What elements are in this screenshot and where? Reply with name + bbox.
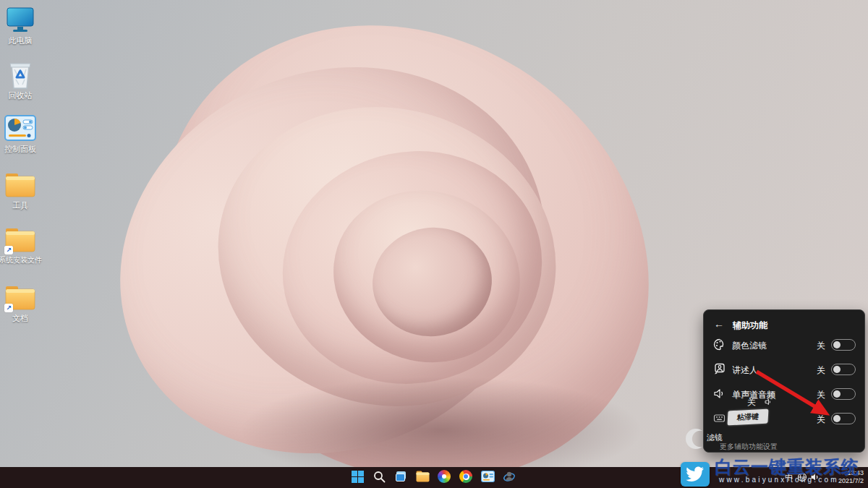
narrator-toggle[interactable] (831, 364, 856, 375)
desktop-icon-folder-tools[interactable]: 工具 (0, 171, 41, 210)
shortcut-arrow-icon: ↗ (4, 246, 13, 254)
desktop-icon-label: 此电脑 (0, 36, 41, 45)
sticky-keys-icon (713, 412, 726, 424)
recycle-bin-icon (4, 61, 36, 90)
row-state: 关 (817, 364, 825, 377)
file-explorer-icon (416, 471, 430, 482)
folder-shortcut-icon: ↗ (4, 283, 36, 312)
row-state: 关 (817, 389, 825, 401)
search-button[interactable] (371, 469, 387, 484)
more-accessibility-settings-link[interactable]: 更多辅助功能设置 (720, 442, 778, 452)
desktop-icon-recycle-bin[interactable]: 回收站 (0, 61, 41, 100)
chrome-icon (459, 470, 472, 483)
flyout-header: ← 辅助功能 (704, 317, 864, 332)
desktop-icon-folder-docs[interactable]: ↗ 文档 (0, 283, 41, 322)
clock-date: 2021/7/2 (838, 477, 864, 485)
pinwheel-app-icon (438, 470, 451, 483)
toggle-knob (833, 415, 841, 422)
toggle-knob (833, 366, 841, 373)
taskbar: 中 13:43 2021/7/2 (0, 467, 868, 488)
row-label: 讲述人 (732, 364, 758, 377)
row-label: 颜色滤镜 (732, 340, 767, 352)
this-pc-icon (4, 6, 36, 35)
volume-ghost-text: 关 (747, 396, 773, 408)
desktop-icon-label: 回收站 (0, 91, 41, 100)
user-globe-app-button[interactable] (501, 469, 517, 484)
flyout-row-mono-audio: 单声道音频 关 (704, 385, 864, 403)
folder-icon (4, 171, 36, 200)
ime-indicator[interactable]: 中 (785, 469, 793, 485)
system-panel-app-icon (481, 471, 495, 482)
desktop-icon-this-pc[interactable]: 此电脑 (0, 6, 41, 45)
clock-time: 13:43 (838, 469, 864, 477)
system-panel-app-button[interactable] (480, 469, 495, 484)
network-tray-icon[interactable] (797, 469, 807, 485)
desktop-icon-label: 文档 (0, 314, 41, 322)
desktop: 此电脑 回收站 (0, 0, 868, 488)
mono-audio-toggle[interactable] (831, 388, 856, 400)
chrome-button[interactable] (458, 469, 474, 484)
color-filters-toggle[interactable] (831, 339, 856, 351)
start-button[interactable] (349, 469, 365, 484)
desktop-icon-folder-system[interactable]: ↗ 系统安装文件 (0, 226, 41, 265)
row-state: 关 (817, 340, 825, 352)
flyout-title: 辅助功能 (733, 320, 767, 332)
toggle-knob (833, 390, 841, 398)
color-filter-icon (713, 338, 726, 351)
mono-audio-icon (713, 388, 726, 400)
ghost-arc-artifact (686, 429, 706, 449)
flyout-row-sticky-keys: 粘滞键 关 (704, 410, 864, 427)
task-view-button[interactable] (393, 469, 409, 484)
back-arrow-icon[interactable]: ← (714, 318, 724, 330)
pinwheel-app-button[interactable] (436, 469, 452, 484)
sticky-keys-toggle[interactable] (831, 413, 856, 424)
accessibility-flyout: ← 辅助功能 颜色滤镜 关 讲述人 (703, 309, 865, 453)
small-speaker-icon (764, 398, 773, 406)
desktop-icon-label: 控制面板 (0, 145, 41, 153)
taskbar-clock[interactable]: 13:43 2021/7/2 (838, 469, 864, 485)
sticky-keys-ghost-label: 粘滞键 (728, 408, 769, 425)
file-explorer-button[interactable] (414, 469, 430, 484)
shortcut-arrow-icon: ↗ (4, 304, 13, 312)
search-icon (373, 471, 386, 483)
windows-logo-icon (352, 471, 364, 483)
desktop-icon-control-panel[interactable]: 控制面板 (0, 114, 41, 153)
volume-tray-icon[interactable] (810, 469, 820, 485)
desktop-icon-label: 系统安装文件 (0, 256, 43, 265)
toggle-knob (833, 341, 841, 348)
control-panel-icon (4, 114, 36, 143)
narrator-icon (713, 363, 726, 375)
user-globe-app-icon (503, 470, 516, 483)
task-view-icon (394, 471, 407, 482)
flyout-row-color-filters: 颜色滤镜 关 (704, 336, 864, 354)
row-state: 关 (817, 414, 825, 426)
folder-shortcut-icon: ↗ (4, 226, 36, 254)
flyout-row-narrator: 讲述人 关 (704, 361, 864, 378)
desktop-icon-label: 工具 (0, 201, 41, 210)
